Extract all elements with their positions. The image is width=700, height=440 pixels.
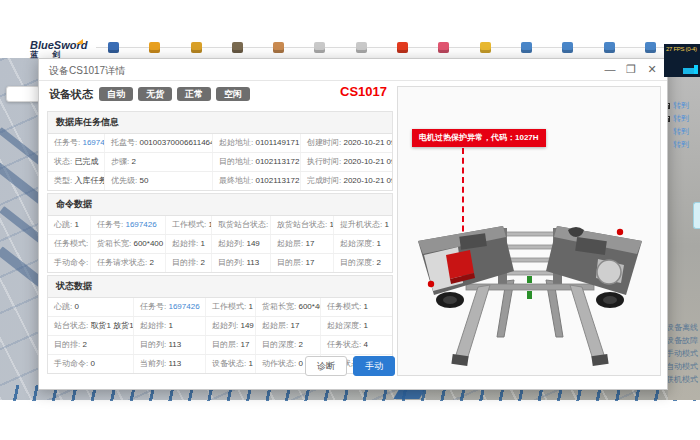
field-label: 货箱长宽:	[262, 302, 298, 311]
field-value: 2	[82, 340, 86, 349]
table-row: 状态: 已完成步骤: 2目的地址: 0102113172执行时间: 2020-1…	[48, 152, 392, 171]
field-label: 目的排:	[172, 258, 200, 267]
field-value: 2	[376, 258, 380, 267]
close-icon[interactable]: ✕	[645, 62, 659, 76]
field-cell: 任务请求状态: 2	[90, 254, 165, 272]
minimize-icon[interactable]: —	[603, 62, 617, 76]
field-label: 目的层:	[212, 340, 240, 349]
field-value: 0102113172	[255, 157, 299, 166]
field-label: 最终地址:	[219, 176, 255, 185]
goto-link[interactable]: 转到	[673, 100, 689, 111]
alarm-icon[interactable]	[397, 42, 408, 53]
monitor-icon[interactable]	[108, 42, 119, 53]
device-status-label: 设备状态	[49, 87, 93, 102]
maximize-icon[interactable]: ❐	[624, 62, 638, 76]
field-value: 17	[305, 239, 314, 248]
field-cell: 目的排: 2	[165, 254, 211, 272]
toolbar-icon-row	[108, 42, 656, 53]
field-value: 0101149171	[255, 138, 299, 147]
field-label: 手动命令:	[54, 258, 90, 267]
chart-icon[interactable]	[521, 42, 532, 53]
task-number-link[interactable]: 1697426	[82, 138, 104, 147]
field-cell: 托盘号: 00100370006611464548	[104, 134, 212, 152]
field-value: 2	[131, 157, 135, 166]
dialog-titlebar[interactable]: 设备CS1017详情 — ❐ ✕	[39, 59, 667, 81]
device-3d-panel[interactable]: 电机过热保护异常，代码：1027H	[397, 86, 661, 376]
manual-button[interactable]: 手动	[353, 356, 395, 376]
field-label: 任务号:	[54, 138, 82, 147]
status-badge: 无货	[138, 87, 172, 101]
goto-link[interactable]: 转到	[673, 126, 689, 137]
field-label: 工作模式:	[172, 220, 208, 229]
field-value: 已完成	[74, 157, 98, 166]
field-value: 1	[248, 302, 252, 311]
fps-stats-panel[interactable]: 27 FPS (0-4)	[664, 44, 700, 77]
field-cell: 任务号: 1697426	[48, 134, 104, 152]
status-badge: 正常	[177, 87, 211, 101]
logo-text: BlueSword	[30, 40, 87, 50]
scene-tooltip	[693, 202, 700, 229]
device-detail-dialog: 设备CS1017详情 — ❐ ✕ 设备状态 自动无货正常空闲 CS1017 数据…	[38, 58, 668, 390]
status-badge: 空闲	[216, 87, 250, 101]
task-number-link[interactable]: 1697426	[168, 302, 199, 311]
building-icon[interactable]	[604, 42, 615, 53]
field-cell: 任务号: 1697426	[90, 216, 165, 234]
task-number-link[interactable]: 1697426	[125, 220, 156, 229]
field-label: 任务号:	[140, 302, 168, 311]
field-value: 0102113172	[255, 176, 299, 185]
dialog-title: 设备CS1017详情	[49, 64, 125, 78]
panel-icon[interactable]	[314, 42, 325, 53]
table-row: 任务模式: 1货箱长宽: 600*400起始排: 1起始列: 149起始层: 1…	[48, 234, 392, 253]
user-icon[interactable]	[273, 42, 284, 53]
field-cell: 任务状态: 4	[320, 336, 392, 354]
field-cell: 放货站台状态: 1	[270, 216, 333, 234]
field-label: 提升机状态:	[340, 220, 384, 229]
lock-icon[interactable]	[149, 42, 160, 53]
field-value: 1	[376, 239, 380, 248]
field-cell: 目的层: 17	[270, 254, 333, 272]
flag-icon[interactable]	[438, 42, 449, 53]
field-cell: 手动命令: 0	[48, 254, 90, 272]
field-cell: 目的深度: 2	[255, 336, 320, 354]
field-value: 2	[298, 340, 302, 349]
status-badge: 自动	[99, 87, 133, 101]
field-cell: 目的地址: 0102113172	[212, 153, 300, 171]
field-label: 目的地址:	[219, 157, 255, 166]
field-label: 执行时间:	[307, 157, 343, 166]
goto-link[interactable]: 转到	[673, 139, 689, 150]
field-value: 17	[305, 258, 314, 267]
building-icon[interactable]	[562, 42, 573, 53]
field-label: 创建时间:	[307, 138, 343, 147]
fps-graph-icon	[683, 65, 698, 74]
table-row: 站台状态: 取货1 放货1起始排: 1起始列: 149起始层: 17起始深度: …	[48, 316, 392, 335]
field-cell: 目的排: 2	[48, 336, 133, 354]
field-cell: 起始深度: 1	[333, 235, 392, 253]
field-value: 2020-10-21 09:58:49	[343, 157, 392, 166]
field-label: 托盘号:	[111, 138, 139, 147]
field-value: 17	[240, 340, 249, 349]
building-icon[interactable]	[645, 42, 656, 53]
field-label: 货箱长宽:	[97, 239, 133, 248]
field-cell: 起始列: 149	[205, 317, 255, 335]
field-label: 起始深度:	[327, 321, 363, 330]
field-value: 1	[200, 239, 204, 248]
bell-icon[interactable]	[480, 42, 491, 53]
tools-icon[interactable]	[232, 42, 243, 53]
field-cell: 心跳: 0	[48, 298, 133, 316]
field-value: 1	[74, 220, 78, 229]
field-cell: 起始深度: 1	[320, 317, 392, 335]
field-value: 1	[168, 321, 172, 330]
diagnose-button[interactable]: 诊断	[305, 356, 347, 376]
table-row: 心跳: 1任务号: 1697426工作模式: 1取货站台状态: 1放货站台状态:…	[48, 216, 392, 234]
panel-icon[interactable]	[356, 42, 367, 53]
goto-link[interactable]: 转到	[673, 113, 689, 124]
field-cell: 起始层: 17	[255, 317, 320, 335]
section-title: 数据库任务信息	[48, 112, 392, 134]
field-value: 149	[246, 239, 259, 248]
field-label: 起始列:	[218, 239, 246, 248]
field-label: 任务模式:	[54, 239, 90, 248]
field-cell: 取货站台状态: 1	[211, 216, 270, 234]
forklift-icon[interactable]	[191, 42, 202, 53]
search-input[interactable]	[6, 86, 40, 102]
field-label: 起始深度:	[340, 239, 376, 248]
